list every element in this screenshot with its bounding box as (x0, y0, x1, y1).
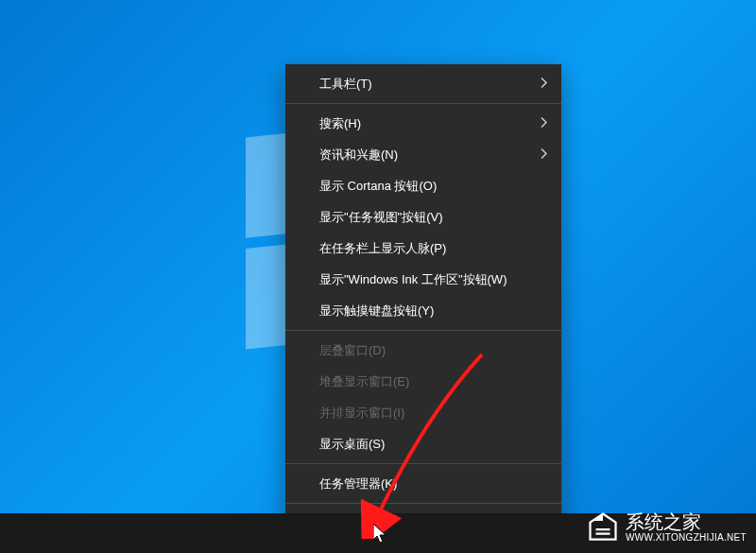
menu-separator (285, 103, 561, 104)
menu-separator (285, 330, 561, 331)
watermark-title: 系统之家 (626, 511, 747, 532)
chevron-right-icon (541, 116, 548, 130)
menu-item-show-desktop[interactable]: 显示桌面(S) (285, 428, 561, 459)
menu-item-cortana[interactable]: 显示 Cortana 按钮(O) (285, 170, 561, 201)
menu-item-people[interactable]: 在任务栏上显示人脉(P) (285, 233, 561, 264)
menu-item-label: 任务管理器(K) (319, 475, 397, 493)
menu-item-label: 显示"Windows Ink 工作区"按钮(W) (319, 271, 507, 288)
chevron-right-icon (541, 147, 548, 162)
menu-item-label: 显示 Cortana 按钮(O) (319, 178, 437, 195)
desktop-background: 工具栏(T) 搜索(H) 资讯和兴趣(N) 显示 Cortana 按钮(O) 显… (0, 0, 756, 553)
menu-item-label: 显示触摸键盘按钮(Y) (319, 302, 434, 320)
menu-item-label: 显示桌面(S) (319, 436, 385, 453)
watermark-logo-icon (586, 510, 620, 544)
menu-item-label: 工具栏(T) (319, 76, 372, 93)
menu-item-label: 层叠窗口(D) (319, 342, 386, 359)
menu-item-label: 堆叠显示窗口(E) (319, 373, 409, 390)
menu-item-toolbars[interactable]: 工具栏(T) (285, 68, 561, 99)
chevron-right-icon (541, 77, 548, 91)
menu-item-task-manager[interactable]: 任务管理器(K) (285, 468, 561, 499)
menu-item-taskview[interactable]: 显示"任务视图"按钮(V) (285, 201, 561, 233)
menu-item-label: 并排显示窗口(I) (319, 405, 404, 422)
taskbar-context-menu: 工具栏(T) 搜索(H) 资讯和兴趣(N) 显示 Cortana 按钮(O) 显… (285, 64, 561, 553)
menu-item-label: 搜索(H) (319, 115, 361, 132)
menu-item-news[interactable]: 资讯和兴趣(N) (285, 139, 561, 170)
menu-separator (285, 463, 561, 464)
menu-item-stacked: 堆叠显示窗口(E) (285, 366, 561, 397)
menu-separator (285, 503, 561, 504)
menu-item-label: 资讯和兴趣(N) (319, 147, 398, 164)
menu-item-search[interactable]: 搜索(H) (285, 108, 561, 139)
watermark: 系统之家 WWW.XITONGZHIJIA.NET (586, 510, 747, 544)
menu-item-label: 在任务栏上显示人脉(P) (319, 240, 446, 257)
menu-item-cascade: 层叠窗口(D) (285, 335, 561, 366)
watermark-url: WWW.XITONGZHIJIA.NET (626, 532, 747, 543)
menu-item-sidebyside: 并排显示窗口(I) (285, 397, 561, 428)
menu-item-touch-keyboard[interactable]: 显示触摸键盘按钮(Y) (285, 295, 561, 326)
menu-item-ink[interactable]: 显示"Windows Ink 工作区"按钮(W) (285, 264, 561, 295)
menu-item-label: 显示"任务视图"按钮(V) (319, 209, 443, 226)
